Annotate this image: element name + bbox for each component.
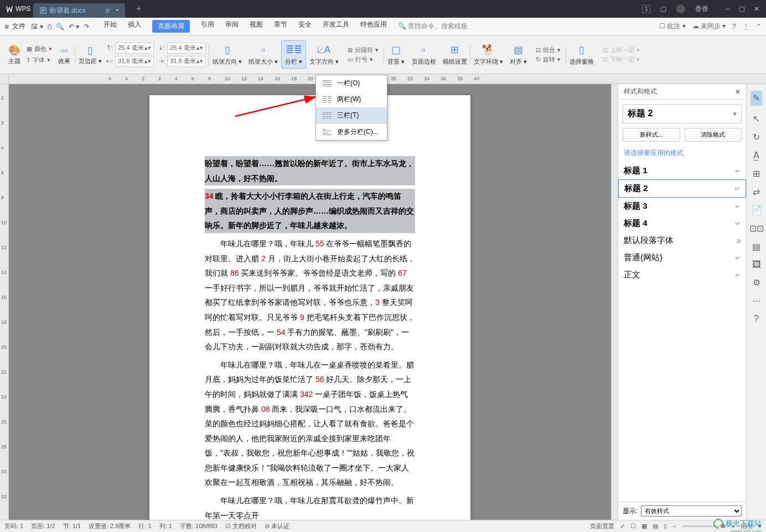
file-menu[interactable]: 文件	[12, 22, 25, 31]
margin-left-input[interactable]: 31.8 毫米▴▾	[115, 56, 154, 67]
edit-icon[interactable]: ✎	[751, 91, 762, 106]
help2-icon[interactable]: ?	[754, 314, 759, 324]
wrap-button[interactable]: 文字环绕 ▾	[474, 58, 503, 66]
document-area[interactable]: 盼望着，盼望着……翘首以盼的新年近了。街市上车水马龙，人山人海，好不热闹。 34…	[9, 84, 611, 520]
border-icon[interactable]: ▫	[416, 43, 432, 56]
image-icon[interactable]: 🖼	[752, 260, 761, 270]
view4-icon[interactable]: ▯	[664, 523, 667, 530]
status-pos[interactable]: 设置值: 2.9厘米	[89, 522, 131, 530]
search-box[interactable]: 🔍 查找命令、搜索模板	[398, 22, 468, 31]
effect-label[interactable]: 效果	[58, 57, 70, 65]
avatar-icon[interactable]	[676, 4, 685, 13]
view3-icon[interactable]: ▤	[653, 523, 658, 530]
doc-paragraph[interactable]: 年味儿在哪里？哦，年味儿 55 在爷爷一幅幅笔墨飘香的对联里。进入腊 2 月，街…	[205, 236, 415, 354]
margin-icon[interactable]: ▯	[82, 44, 98, 57]
undo-icon[interactable]: ↶ ▾	[69, 23, 79, 30]
print-icon[interactable]: ⎙	[48, 23, 51, 30]
tab-security[interactable]: 安全	[298, 20, 312, 33]
swap-icon[interactable]: ⇄	[753, 187, 760, 197]
size-icon[interactable]: ▫	[256, 43, 271, 56]
vertical-ruler[interactable]: 22468101214161820222426283032	[0, 84, 9, 520]
maximize-button[interactable]: ▢	[739, 5, 745, 13]
tab-feature[interactable]: 特色应用	[360, 20, 387, 33]
columns-three[interactable]: 三栏(T)	[316, 107, 387, 123]
style-item[interactable]: 标题 1↵	[618, 162, 746, 179]
status-col[interactable]: 列: 1	[159, 522, 172, 530]
clear-style-button[interactable]: 清除格式	[685, 128, 742, 142]
orient-button[interactable]: 纸张方向 ▾	[213, 58, 242, 66]
status-page-no[interactable]: 页码: 1	[4, 522, 23, 530]
refresh-icon[interactable]: ↻	[753, 132, 760, 142]
textdir-icon[interactable]: ⟀A	[317, 43, 332, 56]
menu-icon[interactable]: ≡	[4, 22, 9, 31]
doc-paragraph[interactable]: 年味儿在哪里？哦，年味儿在一桌桌香喷喷的菜肴里。腊月底，妈妈为过年的饭菜忙活了 …	[205, 358, 415, 490]
save-icon[interactable]: 🖫 ▾	[31, 23, 43, 30]
fit-icon[interactable]: ⤢	[620, 523, 625, 530]
zoom-out[interactable]: −	[672, 523, 676, 530]
table-icon[interactable]: ⊞	[753, 168, 760, 179]
theme-label[interactable]: 主题	[8, 57, 20, 65]
bg-icon[interactable]: ▢	[389, 43, 404, 56]
more2-icon[interactable]: ⋯	[752, 296, 761, 306]
sync-button[interactable]: ☁ 未同步 ▾	[692, 22, 726, 31]
screen-icon[interactable]: ⎚	[106, 7, 110, 14]
grid-icon[interactable]: ⊞	[447, 43, 463, 56]
tab-insert[interactable]: 插入	[128, 20, 141, 33]
show-select[interactable]: 有效样式	[641, 505, 742, 516]
view1-icon[interactable]: ☐	[630, 523, 636, 530]
color-button[interactable]: ▦ 颜色 ▾	[27, 45, 52, 53]
status-words[interactable]: 字数: 108/893	[180, 522, 218, 530]
effect-icon[interactable]: ▫▫	[56, 44, 72, 57]
more-icon[interactable]: ⋮	[743, 23, 749, 30]
status-spell[interactable]: ☑ 文档校对	[225, 522, 257, 530]
margin-top-input[interactable]: 25.4 毫米▴▾	[115, 43, 154, 54]
doc-paragraph[interactable]: 年味儿在哪里？哦，年味儿在那震耳欲聋的爆竹声中。新年第一天零点开	[205, 493, 415, 520]
settings-icon[interactable]: ⚙	[753, 277, 760, 288]
margin-right-input[interactable]: 31.8 毫米▴▾	[167, 56, 206, 67]
style-item[interactable]: 正文↵	[618, 266, 746, 283]
text-icon[interactable]: 📄	[751, 205, 762, 215]
grid-icon[interactable]: ▢	[660, 5, 666, 13]
tab-chapter[interactable]: 章节	[274, 20, 287, 33]
tab-start[interactable]: 开始	[103, 20, 117, 33]
rotate-button[interactable]: ↻ 旋转 ▾	[536, 55, 561, 64]
status-pgzoom[interactable]: 页面宽度	[590, 522, 614, 530]
current-style[interactable]: 标题 2▾	[623, 104, 742, 123]
align-button[interactable]: 对齐 ▾	[510, 58, 527, 66]
font-button[interactable]: T 字体 ▾	[27, 56, 52, 64]
wrap-icon[interactable]: 🐕	[480, 43, 496, 56]
orient-icon[interactable]: ▯	[220, 43, 235, 56]
tab-view[interactable]: 视图	[250, 20, 263, 33]
doc-paragraph[interactable]: 盼望着，盼望着……翘首以盼的新年近了。街市上车水马龙，人山人海，好不热闹。	[205, 156, 415, 185]
close-button[interactable]: ✕	[754, 5, 759, 13]
lineno-button[interactable]: ▭ 行号 ▾	[348, 55, 379, 64]
scrollbar-v[interactable]	[611, 84, 618, 520]
preview-icon[interactable]: 🔍	[56, 23, 64, 30]
columns-button[interactable]: 分栏 ▾	[285, 58, 302, 66]
tab-ref[interactable]: 引用	[201, 20, 214, 33]
textdir-button[interactable]: 文字方向 ▾	[309, 58, 339, 66]
status-page[interactable]: 页面: 1/2	[31, 522, 55, 530]
status-auth[interactable]: ⊘ 未认证	[265, 522, 289, 530]
char-icon[interactable]: A̲	[753, 150, 759, 161]
collapse-icon[interactable]: ⌃	[756, 23, 762, 30]
tab-dev[interactable]: 开发工具	[323, 20, 349, 33]
cluster-icon[interactable]: ⊡⊡	[749, 223, 764, 234]
status-row[interactable]: 行: 1	[138, 522, 151, 530]
margin-button[interactable]: 页边距 ▾	[79, 57, 102, 65]
tab-review[interactable]: 审阅	[225, 20, 239, 33]
theme-icon[interactable]: 🎨	[7, 44, 22, 57]
style-item[interactable]: 普通(网站)↵	[618, 249, 746, 266]
layout-icon[interactable]: ▤	[752, 241, 760, 252]
style-item[interactable]: 标题 3↵	[618, 198, 746, 215]
group-button[interactable]: ⊡ 组合 ▾	[536, 46, 561, 54]
tab-layout[interactable]: 页面布局	[152, 20, 190, 33]
columns-one[interactable]: 一栏(O)	[316, 75, 387, 91]
selpane-icon[interactable]: ▯	[574, 43, 589, 56]
grid-button[interactable]: 稿纸设置	[443, 58, 467, 66]
style-item[interactable]: 默认段落字体a	[618, 232, 746, 249]
minimize-button[interactable]: ─	[725, 5, 730, 13]
style-item[interactable]: 标题 4↵	[618, 215, 746, 232]
new-style-button[interactable]: 新样式...	[623, 128, 680, 142]
select-icon[interactable]: ↖	[753, 113, 760, 124]
